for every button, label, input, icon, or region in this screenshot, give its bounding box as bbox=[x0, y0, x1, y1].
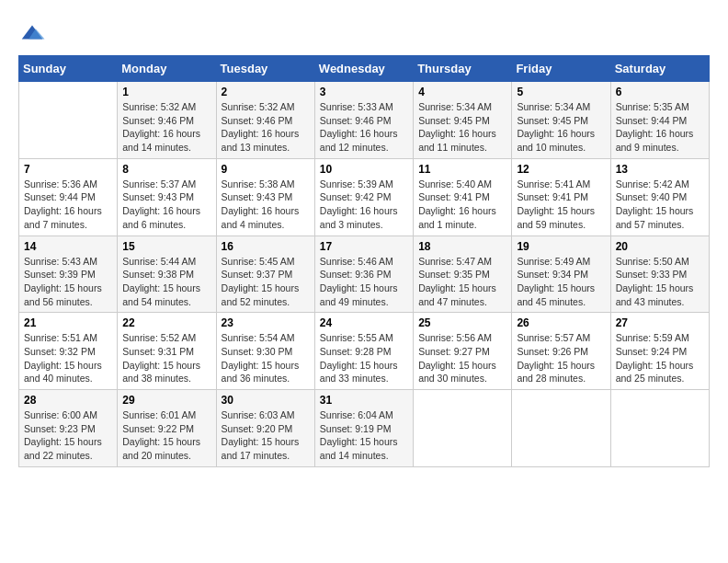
day-number: 24 bbox=[320, 316, 408, 329]
day-number: 13 bbox=[616, 163, 704, 176]
calendar-cell: 15 Sunrise: 5:44 AM Sunset: 9:38 PM Dayl… bbox=[118, 236, 216, 313]
day-number: 19 bbox=[517, 240, 605, 253]
day-number: 20 bbox=[616, 240, 704, 253]
calendar-cell: 10 Sunrise: 5:39 AM Sunset: 9:42 PM Dayl… bbox=[314, 158, 413, 236]
day-number: 27 bbox=[616, 316, 704, 329]
calendar-cell: 8 Sunrise: 5:37 AM Sunset: 9:43 PM Dayli… bbox=[118, 158, 216, 236]
calendar-cell bbox=[512, 390, 610, 467]
calendar-cell: 21 Sunrise: 5:51 AM Sunset: 9:32 PM Dayl… bbox=[19, 313, 118, 390]
calendar-cell: 11 Sunrise: 5:40 AM Sunset: 9:41 PM Dayl… bbox=[414, 158, 512, 236]
day-info: Sunrise: 5:46 AM Sunset: 9:36 PM Dayligh… bbox=[320, 255, 408, 309]
day-number: 14 bbox=[24, 240, 112, 253]
day-info: Sunrise: 5:49 AM Sunset: 9:34 PM Dayligh… bbox=[517, 255, 605, 309]
day-number: 29 bbox=[122, 394, 210, 407]
calendar-cell: 27 Sunrise: 5:59 AM Sunset: 9:24 PM Dayl… bbox=[610, 313, 709, 390]
calendar-cell: 23 Sunrise: 5:54 AM Sunset: 9:30 PM Dayl… bbox=[216, 313, 314, 390]
day-number: 7 bbox=[24, 163, 112, 176]
day-number: 2 bbox=[222, 86, 310, 98]
calendar-cell: 30 Sunrise: 6:03 AM Sunset: 9:20 PM Dayl… bbox=[216, 390, 314, 467]
calendar-cell: 19 Sunrise: 5:49 AM Sunset: 9:34 PM Dayl… bbox=[512, 236, 610, 313]
calendar-cell: 26 Sunrise: 5:57 AM Sunset: 9:26 PM Dayl… bbox=[512, 313, 610, 390]
day-info: Sunrise: 5:32 AM Sunset: 9:46 PM Dayligh… bbox=[122, 100, 210, 155]
day-info: Sunrise: 5:50 AM Sunset: 9:33 PM Dayligh… bbox=[616, 255, 704, 309]
day-info: Sunrise: 5:45 AM Sunset: 9:37 PM Dayligh… bbox=[222, 255, 310, 309]
day-info: Sunrise: 5:54 AM Sunset: 9:30 PM Dayligh… bbox=[222, 331, 310, 385]
calendar-cell: 13 Sunrise: 5:42 AM Sunset: 9:40 PM Dayl… bbox=[610, 158, 709, 236]
day-number: 8 bbox=[122, 163, 210, 176]
day-number: 12 bbox=[517, 163, 605, 176]
weekday-header: Wednesday bbox=[314, 56, 413, 82]
day-info: Sunrise: 5:39 AM Sunset: 9:42 PM Dayligh… bbox=[320, 178, 408, 232]
day-number: 26 bbox=[517, 316, 605, 329]
calendar-cell: 5 Sunrise: 5:34 AM Sunset: 9:45 PM Dayli… bbox=[512, 82, 610, 159]
calendar-week-row: 14 Sunrise: 5:43 AM Sunset: 9:39 PM Dayl… bbox=[19, 236, 710, 313]
calendar-cell: 3 Sunrise: 5:33 AM Sunset: 9:46 PM Dayli… bbox=[314, 82, 413, 159]
day-info: Sunrise: 5:38 AM Sunset: 9:43 PM Dayligh… bbox=[222, 178, 310, 232]
calendar-cell: 4 Sunrise: 5:34 AM Sunset: 9:45 PM Dayli… bbox=[414, 82, 512, 159]
day-number: 16 bbox=[222, 240, 310, 253]
weekday-header: Friday bbox=[512, 56, 610, 82]
day-info: Sunrise: 5:36 AM Sunset: 9:44 PM Dayligh… bbox=[24, 178, 112, 232]
day-number: 22 bbox=[122, 316, 210, 329]
day-info: Sunrise: 5:55 AM Sunset: 9:28 PM Dayligh… bbox=[320, 331, 408, 385]
weekday-header: Tuesday bbox=[216, 56, 314, 82]
page-header bbox=[18, 18, 710, 46]
day-number: 6 bbox=[616, 86, 704, 98]
day-info: Sunrise: 5:35 AM Sunset: 9:44 PM Dayligh… bbox=[616, 100, 704, 155]
day-number: 5 bbox=[517, 86, 605, 98]
calendar-cell bbox=[610, 390, 709, 467]
calendar-cell: 29 Sunrise: 6:01 AM Sunset: 9:22 PM Dayl… bbox=[118, 390, 216, 467]
day-number: 4 bbox=[418, 86, 506, 98]
calendar-cell: 25 Sunrise: 5:56 AM Sunset: 9:27 PM Dayl… bbox=[414, 313, 512, 390]
calendar-week-row: 21 Sunrise: 5:51 AM Sunset: 9:32 PM Dayl… bbox=[19, 313, 710, 390]
weekday-header: Monday bbox=[118, 56, 216, 82]
weekday-header: Sunday bbox=[19, 56, 118, 82]
weekday-header: Thursday bbox=[414, 56, 512, 82]
day-info: Sunrise: 5:57 AM Sunset: 9:26 PM Dayligh… bbox=[517, 331, 605, 385]
day-number: 21 bbox=[24, 316, 112, 329]
day-number: 11 bbox=[418, 163, 506, 176]
day-info: Sunrise: 5:34 AM Sunset: 9:45 PM Dayligh… bbox=[517, 100, 605, 155]
calendar-cell bbox=[414, 390, 512, 467]
day-info: Sunrise: 5:56 AM Sunset: 9:27 PM Dayligh… bbox=[418, 331, 506, 385]
calendar-cell: 2 Sunrise: 5:32 AM Sunset: 9:46 PM Dayli… bbox=[216, 82, 314, 159]
calendar-cell: 31 Sunrise: 6:04 AM Sunset: 9:19 PM Dayl… bbox=[314, 390, 413, 467]
calendar-cell: 22 Sunrise: 5:52 AM Sunset: 9:31 PM Dayl… bbox=[118, 313, 216, 390]
day-info: Sunrise: 5:47 AM Sunset: 9:35 PM Dayligh… bbox=[418, 255, 506, 309]
calendar-cell: 9 Sunrise: 5:38 AM Sunset: 9:43 PM Dayli… bbox=[216, 158, 314, 236]
day-number: 1 bbox=[122, 86, 210, 98]
calendar-week-row: 28 Sunrise: 6:00 AM Sunset: 9:23 PM Dayl… bbox=[19, 390, 710, 467]
calendar-cell: 14 Sunrise: 5:43 AM Sunset: 9:39 PM Dayl… bbox=[19, 236, 118, 313]
day-number: 23 bbox=[222, 316, 310, 329]
calendar-cell: 18 Sunrise: 5:47 AM Sunset: 9:35 PM Dayl… bbox=[414, 236, 512, 313]
day-number: 15 bbox=[122, 240, 210, 253]
calendar-cell: 17 Sunrise: 5:46 AM Sunset: 9:36 PM Dayl… bbox=[314, 236, 413, 313]
calendar-cell: 7 Sunrise: 5:36 AM Sunset: 9:44 PM Dayli… bbox=[19, 158, 118, 236]
day-info: Sunrise: 6:00 AM Sunset: 9:23 PM Dayligh… bbox=[24, 408, 112, 463]
calendar-cell: 16 Sunrise: 5:45 AM Sunset: 9:37 PM Dayl… bbox=[216, 236, 314, 313]
day-info: Sunrise: 5:43 AM Sunset: 9:39 PM Dayligh… bbox=[24, 255, 112, 309]
calendar-cell: 12 Sunrise: 5:41 AM Sunset: 9:41 PM Dayl… bbox=[512, 158, 610, 236]
day-info: Sunrise: 5:51 AM Sunset: 9:32 PM Dayligh… bbox=[24, 331, 112, 385]
day-number: 31 bbox=[320, 394, 408, 407]
day-info: Sunrise: 5:44 AM Sunset: 9:38 PM Dayligh… bbox=[122, 255, 210, 309]
calendar-week-row: 1 Sunrise: 5:32 AM Sunset: 9:46 PM Dayli… bbox=[19, 82, 710, 159]
day-number: 10 bbox=[320, 163, 408, 176]
day-info: Sunrise: 5:42 AM Sunset: 9:40 PM Dayligh… bbox=[616, 178, 704, 232]
day-info: Sunrise: 5:33 AM Sunset: 9:46 PM Dayligh… bbox=[320, 100, 408, 155]
day-info: Sunrise: 5:32 AM Sunset: 9:46 PM Dayligh… bbox=[222, 100, 310, 155]
day-info: Sunrise: 6:01 AM Sunset: 9:22 PM Dayligh… bbox=[122, 408, 210, 463]
logo-icon bbox=[18, 18, 46, 46]
day-info: Sunrise: 5:34 AM Sunset: 9:45 PM Dayligh… bbox=[418, 100, 506, 155]
weekday-header-row: SundayMondayTuesdayWednesdayThursdayFrid… bbox=[19, 56, 710, 82]
calendar-cell: 28 Sunrise: 6:00 AM Sunset: 9:23 PM Dayl… bbox=[19, 390, 118, 467]
day-info: Sunrise: 5:59 AM Sunset: 9:24 PM Dayligh… bbox=[616, 331, 704, 385]
calendar-cell: 24 Sunrise: 5:55 AM Sunset: 9:28 PM Dayl… bbox=[314, 313, 413, 390]
day-number: 30 bbox=[222, 394, 310, 407]
logo bbox=[18, 18, 50, 46]
calendar-cell: 20 Sunrise: 5:50 AM Sunset: 9:33 PM Dayl… bbox=[610, 236, 709, 313]
calendar-cell: 6 Sunrise: 5:35 AM Sunset: 9:44 PM Dayli… bbox=[610, 82, 709, 159]
day-number: 17 bbox=[320, 240, 408, 253]
day-number: 18 bbox=[418, 240, 506, 253]
day-number: 9 bbox=[222, 163, 310, 176]
